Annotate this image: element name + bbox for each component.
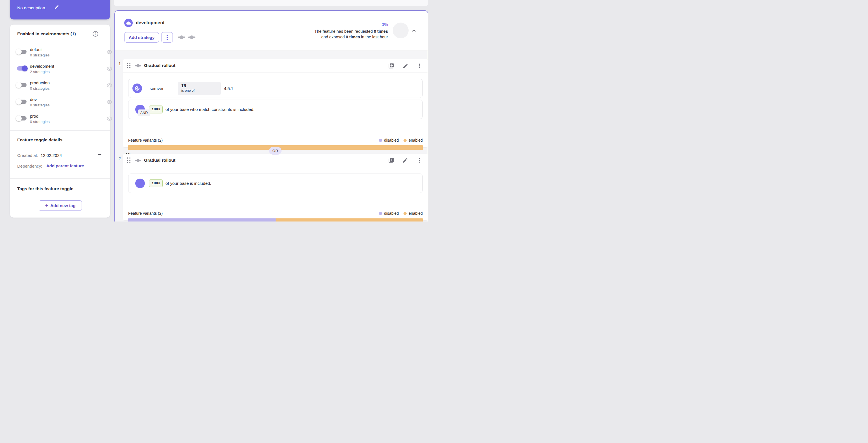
edit-description-icon[interactable] xyxy=(54,4,59,9)
environment-toggle[interactable] xyxy=(17,116,27,121)
tags-section-title: Tags for this feature toggle xyxy=(17,186,73,191)
environment-row: dev 0 strategies xyxy=(10,94,110,111)
legend-item: disabled xyxy=(379,211,399,215)
strategy-header: Gradual rollout xyxy=(123,154,428,167)
constraint-context-field: semver xyxy=(150,86,178,91)
add-strategy-label: Add strategy xyxy=(129,35,155,40)
avatar xyxy=(393,23,409,38)
constraint-icon xyxy=(132,83,142,93)
previous-card-bottom-strip xyxy=(114,0,428,6)
environment-toggle[interactable] xyxy=(17,66,27,71)
constraint-row: semver IN is one of 4.5.1 xyxy=(128,79,423,98)
details-section-title: Feature toggle details xyxy=(17,137,62,142)
legend-dot-icon xyxy=(379,212,382,215)
strategy-card: Gradual rollout xyxy=(123,59,428,147)
divider xyxy=(10,178,110,179)
environment-row: default 0 strategies xyxy=(10,44,110,61)
variants-label: Feature variants (2) xyxy=(128,211,163,215)
environment-row: production 0 strategies xyxy=(10,78,110,94)
add-parent-feature-link[interactable]: Add parent feature xyxy=(46,163,84,168)
drag-handle-icon[interactable] xyxy=(127,158,130,163)
metrics-line-2: and exposed 0 times in the last hour xyxy=(321,35,388,39)
copy-strategy-icon[interactable] xyxy=(388,158,394,163)
environment-name: prod xyxy=(30,113,50,119)
legend-item: disabled xyxy=(379,138,399,142)
minus-icon[interactable] xyxy=(98,154,101,155)
gradual-rollout-icon xyxy=(135,159,142,163)
description-card: No description. xyxy=(10,0,110,20)
eye-icon[interactable] xyxy=(107,116,112,121)
drag-handle-icon[interactable] xyxy=(127,63,130,68)
rollout-row: 100% of your base is included. xyxy=(128,174,423,193)
environment-name: default xyxy=(30,47,50,53)
edit-strategy-icon[interactable] xyxy=(402,158,408,163)
environment-toggle[interactable] xyxy=(17,100,27,104)
add-strategy-button[interactable]: Add strategy xyxy=(124,32,159,43)
environments-section-title: Enabled in environments (1) xyxy=(17,31,76,36)
environment-name: production xyxy=(30,80,50,86)
gradual-rollout-icon xyxy=(135,64,142,68)
created-at-value: 12.02.2024 xyxy=(41,153,62,158)
edit-strategy-icon[interactable] xyxy=(402,63,408,69)
variants-header: Feature variants (2) disabled enabled xyxy=(128,211,423,215)
eye-icon[interactable] xyxy=(107,67,112,71)
strategy-card: Gradual rollout 100% of your base is inc… xyxy=(123,154,428,220)
variants-label: Feature variants (2) xyxy=(128,138,163,142)
add-new-tag-button[interactable]: + Add new tag xyxy=(39,200,82,211)
strategy-title: Gradual rollout xyxy=(144,158,175,163)
eye-icon[interactable] xyxy=(107,83,112,88)
environment-row: development 2 strategies xyxy=(10,61,110,78)
divider xyxy=(10,130,110,131)
legend-dot-icon xyxy=(403,212,407,215)
description-text: No description. xyxy=(17,5,46,10)
environment-more-actions-button[interactable] xyxy=(161,32,173,43)
dependency-label: Dependency: xyxy=(17,164,42,168)
help-icon[interactable]: ? xyxy=(93,31,98,37)
environment-list: default 0 strategies development 2 strat… xyxy=(10,44,110,128)
environment-strategy-count: 0 strategies xyxy=(30,53,50,58)
strategy-more-actions-icon[interactable] xyxy=(416,158,423,163)
created-at-label: Created at: xyxy=(17,153,38,158)
strategy-index: 1 xyxy=(119,62,121,66)
environment-strategy-count: 0 strategies xyxy=(30,119,50,125)
variants-header: Feature variants (2) disabled enabled xyxy=(128,138,423,142)
strategy-more-actions-icon[interactable] xyxy=(416,63,423,69)
variants-legend: disabled enabled xyxy=(379,138,423,142)
chevron-up-icon[interactable] xyxy=(411,28,416,33)
environment-toggle[interactable] xyxy=(17,50,27,54)
eye-icon[interactable] xyxy=(107,50,112,54)
constraint-values: 4.5.1 xyxy=(224,86,233,91)
legend-dot-icon xyxy=(379,139,382,142)
strategy-title: Gradual rollout xyxy=(144,63,175,68)
add-new-tag-label: Add new tag xyxy=(50,203,75,208)
eye-icon[interactable] xyxy=(107,100,112,104)
legend-item: enabled xyxy=(403,138,423,142)
strategy-rollout-icon xyxy=(188,35,196,39)
constraint-operator: IN is one of xyxy=(178,82,221,95)
variants-legend: disabled enabled xyxy=(379,211,423,215)
copy-strategy-icon[interactable] xyxy=(388,63,394,69)
sidebar-panel: Enabled in environments (1) ? default 0 … xyxy=(10,25,110,217)
legend-item: enabled xyxy=(403,211,423,215)
and-chip: AND xyxy=(138,109,150,116)
cloud-environment-icon xyxy=(124,19,133,27)
environment-strategy-count: 0 strategies xyxy=(30,86,50,91)
environment-strategy-count: 0 strategies xyxy=(30,102,50,108)
environment-toggle[interactable] xyxy=(17,83,27,87)
variant-segment xyxy=(276,218,423,222)
strategy-rollout-icon xyxy=(178,35,186,39)
environment-accordion-card: development Add strategy 0% The feature … xyxy=(114,10,428,222)
rollout-description: of your base who match constraints is in… xyxy=(165,107,254,112)
strategy-index: 2 xyxy=(119,156,121,161)
rollout-pie-icon xyxy=(135,179,145,188)
environment-name: dev xyxy=(30,97,50,102)
environment-name-title: development xyxy=(136,20,165,25)
strategy-header: Gradual rollout xyxy=(123,59,428,73)
environment-name: development xyxy=(30,64,54,69)
environment-row: prod 0 strategies xyxy=(10,111,110,128)
environment-strategy-count: 2 strategies xyxy=(30,69,54,74)
exposure-percent: 0% xyxy=(382,22,388,27)
legend-dot-icon xyxy=(403,139,407,142)
environment-header: development Add strategy 0% The feature … xyxy=(115,11,428,51)
metrics-line-1: The feature has been requested 0 times xyxy=(315,29,388,34)
